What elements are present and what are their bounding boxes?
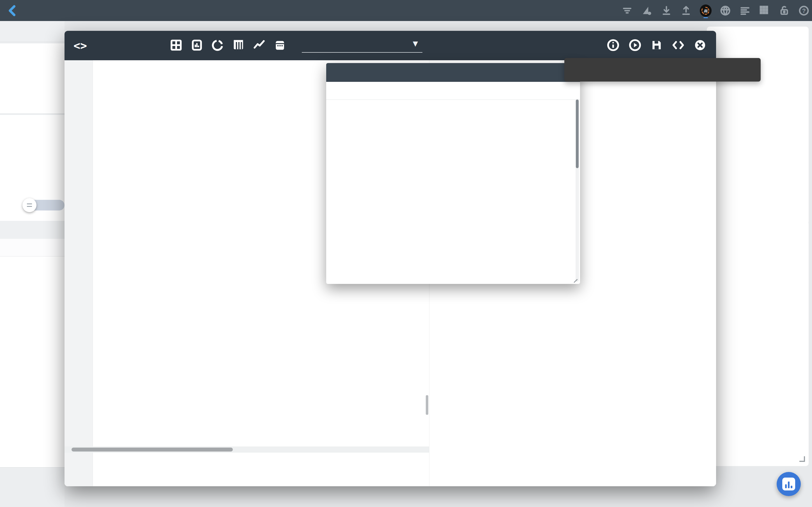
recent-trend-card (707, 26, 809, 224)
wordcloud-resize-handle[interactable] (799, 456, 805, 462)
download-icon[interactable] (661, 5, 672, 16)
calls-kpi-card (0, 44, 64, 114)
time-range-slider-handle[interactable] (22, 198, 37, 212)
back-icon[interactable] (6, 4, 19, 17)
chevron-down-icon: ▼ (411, 39, 420, 49)
upload-icon[interactable] (680, 5, 692, 16)
code-vscroll-thumb[interactable] (426, 395, 428, 415)
bar-chart-icon (782, 477, 795, 491)
svg-text:AI: AI (704, 9, 707, 13)
bar-chart-icon[interactable] (191, 39, 203, 52)
grid-chart-icon[interactable] (170, 39, 182, 52)
calls-kpi-label (0, 44, 64, 48)
align-left-icon[interactable] (739, 5, 751, 16)
select-chart-dropdown[interactable]: ▼ (302, 39, 422, 53)
code-editor-icon: <> (73, 39, 87, 52)
ai-logo: AI (700, 4, 712, 17)
svg-text:?: ? (802, 7, 806, 14)
globe-icon[interactable] (719, 5, 731, 16)
recent-trend-chart[interactable] (707, 26, 809, 224)
filters-header (0, 21, 64, 42)
close-icon[interactable] (694, 39, 707, 53)
code-hscroll-thumb[interactable] (71, 448, 233, 452)
field-panel-scrollbar[interactable] (575, 100, 579, 282)
top-bar: AI ? (0, 0, 812, 21)
field-list-panel: ▲ (326, 63, 580, 284)
calls-kpi-value (0, 48, 64, 53)
field-table-header (326, 82, 580, 100)
field-panel-resize-handle[interactable] (573, 277, 578, 282)
time-range-label (0, 115, 64, 119)
incident-zip-column-header[interactable] (0, 239, 64, 257)
filters-sidebar (0, 21, 64, 507)
grid-dots-icon[interactable] (759, 5, 770, 16)
donut-chart-icon[interactable] (211, 39, 224, 52)
filter-icon[interactable] (621, 5, 633, 16)
incident-zip-card (0, 239, 64, 467)
code-editor-header: <> ▼ (64, 31, 716, 60)
code-horizontal-scrollbar[interactable] (64, 446, 429, 453)
clipboard-toast (564, 58, 761, 81)
help-icon[interactable]: ? (798, 5, 810, 16)
code-icon[interactable] (672, 39, 684, 53)
trend-chart-icon[interactable] (253, 39, 265, 52)
app-root: AI ? (0, 0, 812, 507)
field-panel-scroll-thumb[interactable] (576, 100, 579, 168)
add-widget-button[interactable] (777, 472, 801, 496)
beta-badge (703, 17, 708, 18)
calendar-chart-icon[interactable] (274, 39, 286, 52)
columns-chart-icon[interactable] (232, 39, 245, 52)
council-district-header (0, 221, 64, 239)
topbar-icon-group: AI ? (621, 0, 810, 21)
chart-type-toolbar (170, 39, 286, 52)
ai-assistant-icon[interactable]: AI (700, 5, 712, 16)
save-icon[interactable] (651, 39, 663, 52)
lock-icon[interactable] (778, 5, 790, 16)
field-table-body (326, 100, 575, 284)
info-icon[interactable] (607, 39, 620, 53)
chart-settings-icon[interactable] (641, 5, 653, 16)
editor-action-toolbar (607, 31, 707, 60)
line-number-gutter (64, 60, 93, 486)
field-panel-header[interactable]: ▲ (326, 63, 580, 82)
complaint-wordcloud-card (707, 221, 809, 466)
run-icon[interactable] (628, 39, 642, 53)
